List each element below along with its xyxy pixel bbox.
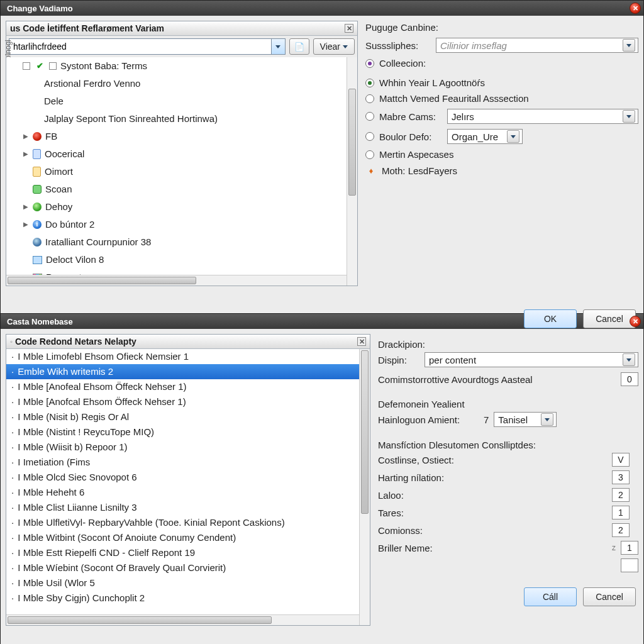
label-moth: Moth: LesdFayers bbox=[382, 165, 457, 176]
list-item[interactable]: · I Mble Wíebint (Socont Of Bravely Quaı… bbox=[6, 560, 370, 575]
call-button[interactable]: Cáll bbox=[524, 587, 577, 606]
list-item[interactable]: · I Mble UlfletiVyl- RepbaryVahble (Tooe… bbox=[6, 515, 370, 530]
label-dispin: Dispin: bbox=[378, 355, 419, 365]
setting-value[interactable]: 3 bbox=[612, 470, 630, 484]
list-item[interactable]: · I Imetiation (Fims bbox=[6, 455, 370, 470]
list-item[interactable]: · I Mble (Wiisit b) Repoor 1) bbox=[6, 440, 370, 455]
expander-icon[interactable]: ▶ bbox=[23, 151, 29, 157]
select-boulor[interactable]: Organ_Ure bbox=[447, 129, 523, 144]
right-column-2: Drackipion: Dispin: per content Comimsto… bbox=[378, 334, 638, 640]
tree-item[interactable]: ✔Systont Baba: Terms bbox=[6, 57, 357, 75]
select-susssliphes[interactable]: Cilinior imseflag bbox=[436, 38, 638, 53]
radio-match[interactable] bbox=[365, 94, 374, 103]
radio-whhin[interactable] bbox=[365, 79, 374, 87]
label-drackipion: Drackipion: bbox=[378, 339, 638, 350]
scrollbar-horizontal[interactable] bbox=[6, 275, 347, 286]
close-icon[interactable]: ✕ bbox=[630, 3, 641, 14]
tree-item[interactable]: Dele bbox=[6, 92, 357, 110]
list-item[interactable]: · I Mble [Anofcal Ehsom Öffeck Nehser 1) bbox=[6, 394, 370, 409]
list-item[interactable]: · I Mble Estt Riepelfi CND - Clielf Repo… bbox=[6, 545, 370, 560]
cancel-button[interactable]: Cancel bbox=[583, 309, 636, 328]
panel-close-icon[interactable]: ✕ bbox=[345, 24, 353, 33]
chevron-down-icon bbox=[343, 45, 348, 48]
setting-value[interactable]: 1 bbox=[621, 541, 638, 555]
list-item-label: I Mble Limofebl Ehsom Ofieck Nemsier 1 bbox=[18, 351, 189, 362]
chevron-down-icon bbox=[626, 44, 631, 47]
close-icon[interactable]: ✕ bbox=[630, 316, 641, 327]
dropdown-button[interactable] bbox=[623, 110, 635, 123]
title-text-1: Change Vadiamo bbox=[7, 4, 73, 13]
expander-icon[interactable] bbox=[23, 62, 30, 70]
list-item[interactable]: · I Mble Clist Liianne Lisnilty 3 bbox=[6, 500, 370, 515]
search-combo[interactable] bbox=[9, 38, 286, 55]
expander-icon[interactable]: ▶ bbox=[23, 204, 29, 210]
dropdown-button[interactable] bbox=[623, 353, 635, 366]
titlebar-1[interactable]: Change Vadiamo ✕ bbox=[1, 1, 643, 16]
dropdown-button[interactable] bbox=[507, 130, 519, 143]
num-hainloguon: 7 bbox=[484, 414, 489, 425]
select-mabre[interactable]: Jelırs bbox=[447, 109, 638, 124]
view-button[interactable]: Viear bbox=[313, 38, 355, 55]
red-icon bbox=[33, 132, 42, 141]
list-item-label: I Mble Clist Liianne Lisnilty 3 bbox=[18, 502, 136, 513]
label-hainloguon: Hainloguon Amient: bbox=[378, 414, 479, 425]
search-dropdown-button[interactable] bbox=[271, 39, 285, 54]
radio-colleecion[interactable] bbox=[365, 59, 374, 68]
setting-label: Comionss: bbox=[378, 525, 606, 536]
select-hainloguon-value: Tanisel bbox=[498, 414, 528, 425]
list-item[interactable]: · I Mble Usil (Wlor 5 bbox=[6, 575, 370, 591]
list-item-label: I Mble Witbint (Socont Of Anoiute Conumy… bbox=[18, 532, 236, 543]
tree-item[interactable]: ▶Dehoy bbox=[6, 198, 357, 216]
radio-boulor[interactable] bbox=[365, 132, 374, 141]
value-comimst[interactable]: 0 bbox=[621, 372, 638, 386]
panel-close-icon[interactable]: ✕ bbox=[357, 337, 366, 346]
dialog-casta-nomebase: Casta Nomebase ✕ ◦ Code Redond Netars Ne… bbox=[0, 313, 644, 644]
select-hainloguon[interactable]: Tanisel bbox=[494, 412, 557, 427]
expander-icon[interactable]: ▶ bbox=[23, 133, 29, 140]
search-input[interactable] bbox=[9, 40, 271, 53]
list-item-label: I Mble Sby Cigjn) Cunchoplit 2 bbox=[18, 592, 145, 603]
list-item[interactable]: · Emble Wikh writemis 2 bbox=[6, 364, 370, 379]
tree-list[interactable]: ✔Systont Baba: TermsArstional Ferdro Ven… bbox=[6, 57, 358, 286]
radio-mabre[interactable] bbox=[365, 112, 374, 121]
list-item[interactable]: · I Mble (Nisit b) Regis Or Al bbox=[6, 409, 370, 425]
scrollbar-horizontal[interactable] bbox=[6, 614, 359, 625]
setting-value[interactable]: 2 bbox=[612, 523, 630, 537]
list-item[interactable]: · I Mble Limofebl Ehsom Ofieck Nemsier 1 bbox=[6, 349, 370, 364]
expander-icon[interactable]: ▶ bbox=[23, 221, 29, 228]
dropdown-button[interactable] bbox=[623, 39, 635, 52]
dropdown-button[interactable] bbox=[541, 413, 553, 426]
item-list[interactable]: · I Mble Limofebl Ehsom Ofieck Nemsier 1… bbox=[6, 349, 370, 626]
setting-value[interactable]: 1 bbox=[612, 506, 630, 519]
list-item[interactable]: · I Mble Heheht 6 bbox=[6, 485, 370, 500]
setting-value[interactable]: V bbox=[612, 453, 630, 467]
list-item[interactable]: · I Mble (Nistint ! ReycuTope MIQ) bbox=[6, 425, 370, 440]
pdf-icon-button[interactable]: 📄 bbox=[289, 38, 309, 55]
value-extra[interactable] bbox=[621, 558, 638, 572]
list-item[interactable]: · I Mble [Anofeal Ehsom Öffeck Nehser 1) bbox=[6, 379, 370, 394]
list-item[interactable]: · I Mble Olcd Siec Snovopot 6 bbox=[6, 470, 370, 485]
cancel-button[interactable]: Cancel bbox=[583, 587, 636, 606]
tree-item[interactable]: Oimort bbox=[6, 163, 357, 180]
scrollbar-vertical[interactable] bbox=[347, 57, 357, 286]
tree-item[interactable]: Deloct Vilon 8 bbox=[6, 251, 357, 269]
tree-item[interactable]: ▶FB bbox=[6, 128, 357, 145]
tree-item-label: Oimort bbox=[45, 164, 73, 179]
select-mabre-value: Jelırs bbox=[452, 111, 474, 122]
tree-item[interactable]: Arstional Ferdro Venno bbox=[6, 75, 357, 92]
setting-value[interactable]: 2 bbox=[612, 488, 630, 502]
list-item[interactable]: · I Mble Sby Cigjn) Cunchoplit 2 bbox=[6, 591, 370, 606]
tree-item[interactable]: ▶iDo búntor 2 bbox=[6, 216, 357, 233]
tree-item[interactable]: ▶Oocerical bbox=[6, 145, 357, 163]
view-button-label: Viear bbox=[320, 42, 340, 52]
left-column-2: ◦ Code Redond Netars Nelapty ✕ · I Mble … bbox=[6, 334, 370, 640]
radio-mertin[interactable] bbox=[365, 150, 374, 159]
list-item[interactable]: · I Mble Witbint (Socont Of Anoiute Conu… bbox=[6, 530, 370, 545]
scrollbar-vertical[interactable] bbox=[359, 349, 370, 625]
tree-item[interactable]: Iratalliant Cournpunior 38 bbox=[6, 233, 357, 251]
ok-button[interactable]: OK bbox=[524, 309, 577, 328]
tree-item[interactable]: Scoan bbox=[6, 180, 357, 198]
pic-icon bbox=[33, 256, 42, 264]
tree-item[interactable]: Jalplay Sepont Tion Sinreahted Hortinwa) bbox=[6, 110, 357, 128]
select-dispin[interactable]: per content bbox=[425, 352, 638, 367]
